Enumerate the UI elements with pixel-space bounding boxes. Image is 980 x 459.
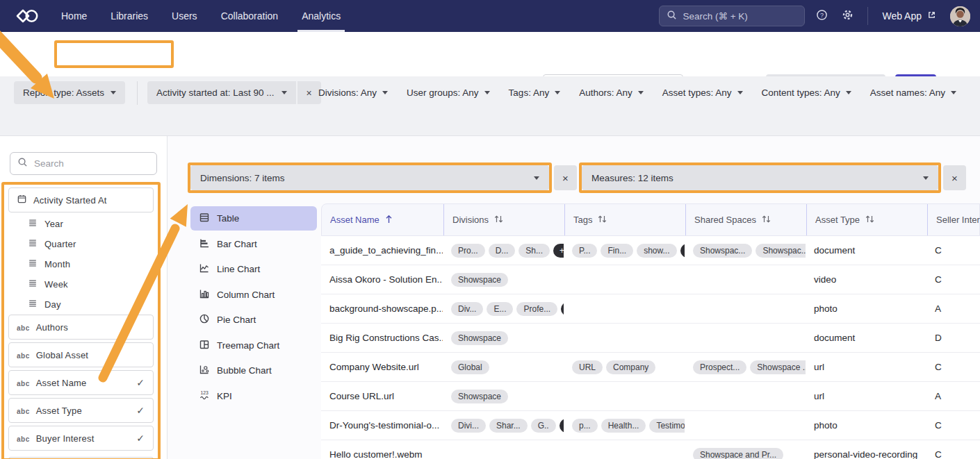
field-item-authors[interactable]: abcAuthors — [8, 315, 154, 340]
check-icon: ✓ — [136, 433, 145, 444]
app-logo-icon[interactable] — [15, 8, 39, 24]
table-row[interactable]: Hello customer!.webmShowspace and Pr...p… — [321, 440, 980, 459]
tag-chip[interactable]: Showspace — [451, 273, 508, 287]
column-header-asset-type[interactable]: Asset Type — [806, 204, 927, 235]
field-item-global-asset[interactable]: abcGlobal Asset — [8, 342, 154, 367]
field-item-asset-name[interactable]: abcAsset Name✓ — [8, 370, 154, 395]
tag-chip[interactable]: Sh... — [518, 244, 550, 258]
tag-chip[interactable]: Div... — [451, 302, 483, 316]
sort-icon — [762, 215, 771, 226]
table-row[interactable]: Company Website.urlGlobalURLCompanyProsp… — [321, 353, 980, 382]
web-app-link[interactable]: Web App — [882, 10, 936, 22]
chevron-down-icon — [111, 91, 116, 94]
activity-started-filter[interactable]: Activity started at: Last 90 ... — [147, 81, 296, 104]
field-item-day[interactable]: Day — [8, 294, 154, 315]
table-row[interactable]: Big Rig Constructions Cas...Showspacedoc… — [321, 324, 980, 353]
shared-spaces-cell: Showspac...Showspac... — [685, 236, 806, 265]
tag-chip[interactable]: Prospect... — [693, 360, 746, 374]
chart-type-line-chart[interactable]: Line Chart — [190, 257, 317, 281]
column-header-divisions[interactable]: Divisions — [443, 204, 564, 235]
fields-search[interactable] — [10, 152, 157, 175]
tag-chip[interactable]: Showspac... — [756, 244, 806, 258]
chart-type-pie-chart[interactable]: Pie Chart — [190, 308, 317, 332]
chart-type-column-chart[interactable]: Column Chart — [190, 283, 317, 307]
tag-chip[interactable]: Shar... — [489, 419, 528, 433]
filter-dropdown-authors[interactable]: Authors: Any — [579, 87, 644, 98]
column-header-asset-name[interactable]: Asset Name — [322, 204, 443, 235]
field-item-quarter[interactable]: Quarter — [8, 234, 154, 254]
column-header-shared-spaces[interactable]: Shared Spaces — [685, 204, 806, 235]
column-header-seller-inter[interactable]: Seller Inter — [927, 204, 980, 235]
avatar[interactable] — [950, 6, 970, 26]
chart-type-bar-chart[interactable]: Bar Chart — [190, 232, 317, 256]
table-row[interactable]: Dr-Young's-testimonial-o...Divi...Shar..… — [321, 411, 980, 440]
chevron-down-icon — [846, 91, 851, 94]
chevron-down-icon — [484, 91, 490, 94]
nav-item-analytics[interactable]: Analytics — [302, 0, 341, 32]
filter-dropdown-content-types[interactable]: Content types: Any — [762, 87, 851, 98]
chart-type-table[interactable]: Table — [190, 206, 317, 231]
seller-interest-cell: C — [926, 236, 980, 265]
table-row[interactable]: Aissa Okoro - Solution En...Showspacevid… — [321, 265, 980, 294]
tag-chip[interactable]: Showspace — [451, 331, 508, 345]
field-item-buyer-interest[interactable]: abcBuyer Interest✓ — [8, 426, 154, 451]
chart-type-treemap-chart[interactable]: Treemap Chart — [190, 333, 317, 358]
gear-icon[interactable] — [842, 9, 854, 24]
field-item-activity-started-at[interactable]: Activity Started At — [8, 187, 154, 212]
tag-chip[interactable]: Company — [606, 360, 655, 374]
tag-chip[interactable]: Divi... — [451, 419, 486, 433]
field-item-year[interactable]: Year — [8, 214, 154, 234]
filter-dropdown-divisions[interactable]: Divisions: Any — [318, 87, 388, 98]
tag-chip[interactable]: Profe... — [516, 302, 557, 316]
tag-chip[interactable]: Showspace and Pr... — [693, 448, 783, 459]
tag-chip[interactable]: show... — [637, 244, 676, 258]
global-search-input[interactable]: Search (⌘ + K) — [659, 6, 805, 26]
column-header-tags[interactable]: Tags — [564, 204, 685, 235]
seller-interest-cell: D — [926, 324, 980, 352]
tag-chip[interactable]: Showspace — [451, 390, 508, 403]
column-chart-icon — [199, 288, 210, 301]
sort-icon — [865, 215, 874, 226]
fields-search-input[interactable] — [34, 158, 138, 169]
filter-dropdown-user-groups[interactable]: User groups: Any — [407, 87, 490, 98]
field-item-month[interactable]: Month — [8, 254, 154, 274]
dimensions-clear-icon[interactable]: × — [554, 165, 577, 190]
nav-item-users[interactable]: Users — [172, 0, 197, 32]
measures-clear-icon[interactable]: × — [943, 165, 966, 190]
activity-filter-clear-icon[interactable]: × — [297, 81, 321, 104]
nav-item-libraries[interactable]: Libraries — [111, 0, 148, 32]
table-row[interactable]: Course URL.urlShowspaceurlA — [321, 382, 980, 411]
nav-item-collaboration[interactable]: Collaboration — [221, 0, 279, 32]
report-type-dropdown[interactable]: Report type: Assets — [14, 81, 125, 104]
tag-chip[interactable]: Showspace ... — [750, 360, 806, 374]
tag-chip[interactable]: D... — [489, 244, 516, 258]
tag-chip[interactable]: P... — [572, 244, 597, 258]
filter-dropdown-tags[interactable]: Tags: Any — [509, 87, 561, 98]
measures-dropdown[interactable]: Measures: 12 items — [582, 165, 938, 190]
tag-chip[interactable]: Pro... — [451, 244, 485, 258]
table-row[interactable]: a_guide_to_achieving_fin...Pro...D...Sh.… — [321, 236, 980, 265]
filter-dropdown-label: Asset names: Any — [870, 87, 945, 98]
tag-chip[interactable]: G.. — [531, 419, 556, 433]
field-item-asset-type[interactable]: abcAsset Type✓ — [8, 398, 154, 423]
nav-item-home[interactable]: Home — [61, 0, 87, 32]
tag-chip[interactable]: p... — [572, 419, 598, 433]
tag-chip[interactable]: Showspac... — [693, 244, 752, 258]
filter-dropdown-asset-types[interactable]: Asset types: Any — [662, 87, 743, 98]
tag-chip[interactable]: Testimo... — [649, 419, 685, 433]
table-row[interactable]: background-showscape.p...Div...E...Profe… — [321, 294, 980, 324]
field-item-week[interactable]: Week — [8, 274, 154, 294]
dimensions-dropdown[interactable]: Dimensions: 7 items — [190, 165, 549, 190]
overflow-count-chip[interactable]: +7 — [553, 244, 564, 258]
tag-chip[interactable]: Global — [451, 360, 489, 374]
filter-dropdown-asset-names[interactable]: Asset names: Any — [870, 87, 956, 98]
tag-chip[interactable]: Health... — [601, 419, 646, 433]
abc-icon: abc — [17, 321, 30, 333]
tag-chip[interactable]: Fin... — [601, 244, 633, 258]
chart-type-kpi[interactable]: 123KPI — [190, 384, 317, 408]
help-icon[interactable]: ? — [816, 9, 828, 24]
tag-chip[interactable]: E... — [487, 302, 513, 316]
tag-chip[interactable]: URL — [572, 360, 603, 374]
chart-type-bubble-chart[interactable]: Bubble Chart — [190, 358, 317, 383]
field-label: Year — [44, 219, 63, 229]
